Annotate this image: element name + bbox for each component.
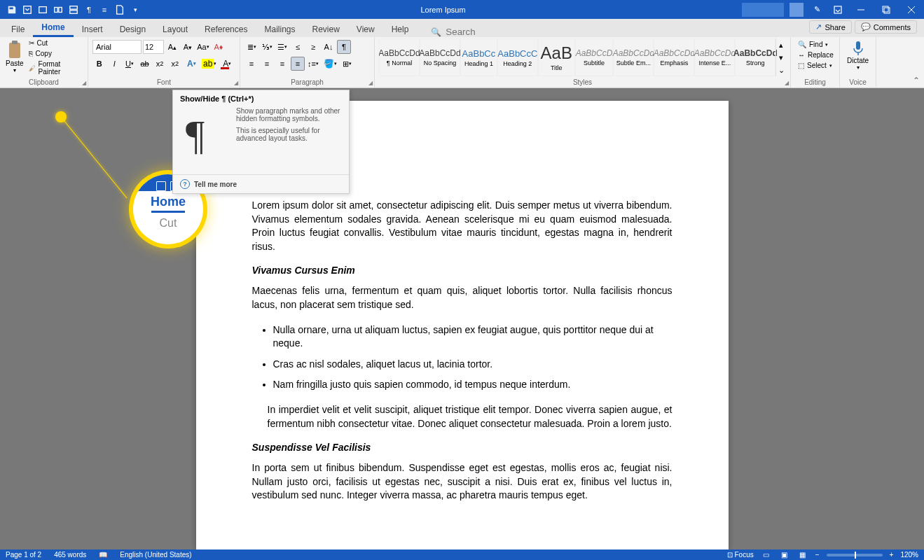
- style-strong[interactable]: AaBbCcDdStrong: [735, 38, 775, 76]
- maximize-button[interactable]: [874, 0, 899, 19]
- cut-button[interactable]: ✂Cut: [28, 38, 83, 48]
- text-effects-button[interactable]: A▾: [183, 57, 200, 71]
- font-size-input[interactable]: [143, 40, 164, 54]
- paste-button[interactable]: Paste ▾: [4, 38, 25, 75]
- style-normal[interactable]: AaBbCcDd¶ Normal: [379, 38, 420, 76]
- strikethrough-icon[interactable]: ≡: [98, 4, 111, 16]
- font-launcher[interactable]: ◢: [234, 80, 238, 86]
- user-account[interactable]: [742, 3, 784, 17]
- increase-indent-button[interactable]: ≥: [306, 40, 320, 54]
- copy-button[interactable]: ⎘Copy: [28, 49, 83, 58]
- close-button[interactable]: [899, 0, 924, 19]
- tab-review[interactable]: Review: [303, 22, 347, 37]
- tab-help[interactable]: Help: [383, 22, 418, 37]
- shading-button[interactable]: 🪣▾: [322, 57, 338, 71]
- clear-format-button[interactable]: A♦: [212, 40, 226, 54]
- word-count[interactable]: 465 words: [54, 551, 86, 559]
- align-right-button[interactable]: ≡: [275, 57, 289, 71]
- decrease-indent-button[interactable]: ≤: [291, 40, 305, 54]
- autosave-icon[interactable]: [21, 4, 34, 16]
- pilcrow-icon[interactable]: ¶: [83, 4, 95, 16]
- superscript-button[interactable]: x2: [168, 57, 182, 71]
- line-spacing-button[interactable]: ↕≡▾: [306, 57, 320, 71]
- zoom-level[interactable]: 120%: [900, 551, 918, 559]
- styles-more-button[interactable]: ⌄: [776, 64, 786, 76]
- change-case-button[interactable]: Aa▾: [196, 40, 210, 54]
- align-center-button[interactable]: ≡: [260, 57, 274, 71]
- help-icon[interactable]: ?: [180, 179, 190, 189]
- tab-layout[interactable]: Layout: [154, 22, 196, 37]
- find-button[interactable]: 🔍Find▾: [795, 40, 835, 49]
- language-status[interactable]: English (United States): [120, 551, 191, 559]
- borders-button[interactable]: ⊞▾: [340, 57, 354, 71]
- print-layout-button[interactable]: ▣: [779, 550, 790, 560]
- tab-references[interactable]: References: [196, 22, 256, 37]
- tab-design[interactable]: Design: [111, 22, 154, 37]
- grow-font-button[interactable]: A▴: [165, 40, 179, 54]
- page-status[interactable]: Page 1 of 2: [6, 551, 41, 559]
- user-avatar[interactable]: [789, 3, 804, 17]
- italic-button[interactable]: I: [108, 57, 122, 71]
- styles-up-button[interactable]: ▴: [776, 38, 786, 51]
- focus-mode-button[interactable]: ⊡ Focus: [727, 551, 754, 559]
- justify-button[interactable]: ≡: [291, 57, 305, 71]
- styles-down-button[interactable]: ▾: [776, 51, 786, 64]
- zoom-in-button[interactable]: +: [890, 551, 894, 559]
- strikethrough-button[interactable]: ab: [138, 57, 152, 71]
- select-button[interactable]: ⬚Select▾: [795, 61, 835, 70]
- subscript-button[interactable]: x2: [153, 57, 167, 71]
- style-emphasis[interactable]: AaBbCcDdEmphasis: [654, 38, 694, 76]
- sort-button[interactable]: A↓: [322, 40, 336, 54]
- collapse-ribbon-button[interactable]: ⌃: [913, 76, 920, 85]
- tab-home[interactable]: Home: [33, 20, 73, 37]
- clipboard-launcher[interactable]: ◢: [82, 80, 86, 86]
- spellcheck-icon[interactable]: 📖: [99, 551, 107, 559]
- save-icon[interactable]: [6, 4, 18, 16]
- new-doc-icon[interactable]: [113, 4, 126, 16]
- styles-gallery[interactable]: AaBbCcDd¶ Normal AaBbCcDdNo Spacing AaBb…: [379, 38, 786, 76]
- multilevel-button[interactable]: ☰▾: [275, 40, 289, 54]
- dictate-button[interactable]: Dictate ▾: [844, 38, 871, 72]
- replace-button[interactable]: ↔Replace: [795, 50, 835, 59]
- style-subtitle[interactable]: AaBbCcDSubtitle: [575, 38, 614, 76]
- qat-icon[interactable]: [36, 4, 49, 16]
- bullets-button[interactable]: ≣▾: [244, 40, 258, 54]
- zoom-slider[interactable]: [827, 554, 883, 556]
- shrink-font-button[interactable]: A▾: [181, 40, 195, 54]
- style-heading2[interactable]: AaBbCcCHeading 2: [497, 38, 538, 76]
- tab-mailings[interactable]: Mailings: [256, 22, 303, 37]
- tab-view[interactable]: View: [348, 22, 383, 37]
- underline-button[interactable]: U▾: [123, 57, 137, 71]
- format-painter-button[interactable]: 🖌Format Painter: [28, 59, 83, 76]
- numbering-button[interactable]: ⅓▾: [260, 40, 274, 54]
- comments-button[interactable]: 💬Comments: [855, 20, 917, 34]
- font-color-button[interactable]: A▾: [219, 57, 235, 71]
- show-hide-button[interactable]: ¶: [337, 40, 351, 54]
- minimize-button[interactable]: [848, 0, 874, 19]
- tab-file[interactable]: File: [3, 22, 33, 37]
- ribbon-display-icon[interactable]: [832, 4, 844, 16]
- zoom-out-button[interactable]: −: [815, 551, 820, 559]
- style-nospacing[interactable]: AaBbCcDdNo Spacing: [420, 38, 460, 76]
- font-name-input[interactable]: [92, 40, 142, 54]
- highlight-button[interactable]: ab▾: [201, 57, 218, 71]
- qat-icon[interactable]: [67, 4, 80, 16]
- style-heading1[interactable]: AaBbCcHeading 1: [460, 38, 497, 76]
- qat-icon[interactable]: [52, 4, 64, 16]
- style-subtle-em[interactable]: AaBbCcDdSubtle Em...: [613, 38, 654, 76]
- svg-rect-10: [12, 41, 18, 44]
- paragraph-launcher[interactable]: ◢: [368, 80, 373, 86]
- web-layout-button[interactable]: ▦: [797, 550, 808, 560]
- bold-button[interactable]: B: [92, 57, 106, 71]
- search-input[interactable]: [446, 27, 530, 37]
- qat-customize-icon[interactable]: ▾: [129, 4, 142, 16]
- share-button[interactable]: ↗Share: [809, 20, 851, 34]
- styles-launcher[interactable]: ◢: [785, 80, 789, 86]
- read-mode-button[interactable]: ▭: [761, 550, 772, 560]
- tab-insert[interactable]: Insert: [74, 22, 111, 37]
- tell-me-more-link[interactable]: Tell me more: [194, 181, 237, 188]
- style-title[interactable]: AaBTitle: [538, 38, 575, 76]
- pen-icon[interactable]: ✎: [811, 4, 823, 16]
- style-intense-e[interactable]: AaBbCcDdIntense E...: [694, 38, 735, 76]
- align-left-button[interactable]: ≡: [244, 57, 258, 71]
